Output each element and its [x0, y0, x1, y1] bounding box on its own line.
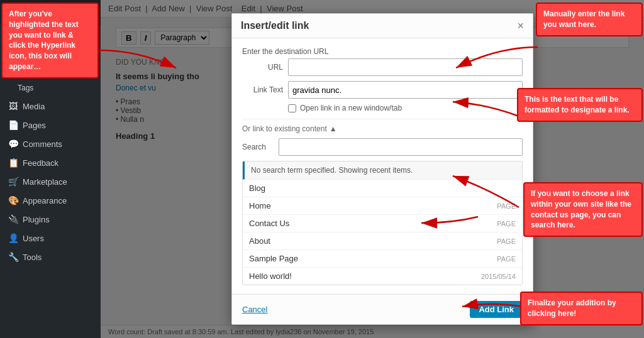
- modal-title: Insert/edit link: [241, 20, 309, 31]
- users-icon: 👤: [8, 233, 19, 243]
- modal-footer: Cancel Add Link: [232, 294, 533, 324]
- result-item-blog[interactable]: Blog: [243, 180, 522, 197]
- sidebar-item-label: Plugins: [23, 215, 50, 224]
- result-item-home[interactable]: Home PAGE: [243, 197, 522, 215]
- sidebar-item-label: Users: [23, 234, 44, 243]
- marketplace-icon: 🛒: [8, 177, 19, 187]
- callout-middle-right: This is the text that will be formatted …: [517, 88, 643, 122]
- comments-icon: 💬: [8, 139, 19, 149]
- open-new-tab-row: Open link in a new window/tab: [288, 104, 523, 112]
- result-name: Hello world!: [249, 271, 292, 281]
- feedback-icon: 📋: [8, 158, 19, 168]
- callout-top-left: After you've highlighted the text you wa…: [1, 3, 99, 79]
- results-box: No search term specified. Showing recent…: [242, 161, 523, 285]
- sidebar-item-label: Marketplace: [23, 177, 67, 187]
- sidebar-item-media[interactable]: 🖼 Media: [0, 97, 101, 116]
- result-name: Blog: [249, 183, 265, 193]
- url-label: URL: [242, 63, 283, 72]
- collapse-icon: ▲: [330, 124, 337, 133]
- modal-body: Enter the destination URL URL Link Text …: [232, 38, 533, 294]
- pages-icon: 📄: [8, 120, 19, 130]
- appearance-icon: 🎨: [8, 195, 19, 205]
- url-field-row: URL: [242, 58, 523, 76]
- link-text-label: Link Text: [242, 85, 283, 94]
- result-item-about[interactable]: About PAGE: [243, 232, 522, 250]
- open-new-tab-checkbox[interactable]: [288, 104, 296, 112]
- sidebar-item-users[interactable]: 👤 Users: [0, 229, 101, 248]
- search-row: Search: [242, 138, 523, 156]
- sidebar-item-label: Media: [23, 102, 45, 111]
- callout-lower-right: If you want to choose a link within your…: [523, 182, 643, 237]
- url-input[interactable]: [288, 58, 523, 76]
- open-new-tab-label[interactable]: Open link in a new window/tab: [300, 104, 402, 112]
- result-type: PAGE: [497, 220, 516, 227]
- results-notice: No search term specified. Showing recent…: [243, 161, 522, 180]
- callout-top-right: Manually enter the link you want here.: [536, 3, 643, 36]
- or-link-label: Or link to existing content ▲: [242, 119, 523, 133]
- cancel-button[interactable]: Cancel: [242, 305, 267, 314]
- result-type: PAGE: [497, 237, 516, 245]
- sidebar-item-label: Feedback: [23, 158, 58, 168]
- sidebar-item-label: Appearance: [23, 196, 67, 205]
- link-text-input[interactable]: [288, 81, 523, 99]
- sidebar-item-label: Tools: [23, 253, 42, 262]
- tools-icon: 🔧: [8, 252, 19, 262]
- result-name: Home: [249, 201, 271, 210]
- result-type: PAGE: [497, 255, 516, 263]
- search-input[interactable]: [279, 138, 523, 156]
- result-name: Contact Us: [249, 219, 289, 228]
- search-label: Search: [242, 143, 274, 151]
- sidebar-item-marketplace[interactable]: 🛒 Marketplace: [0, 172, 101, 191]
- result-date: 2015/05/14: [481, 273, 516, 280]
- sidebar-item-label: Comments: [23, 139, 62, 149]
- media-icon: 🖼: [8, 101, 19, 111]
- sidebar-item-tools[interactable]: 🔧 Tools: [0, 248, 101, 266]
- add-link-button[interactable]: Add Link: [470, 301, 523, 318]
- sidebar-item-feedback[interactable]: 📋 Feedback: [0, 153, 101, 172]
- sidebar-item-plugins[interactable]: 🔌 Plugins: [0, 210, 101, 229]
- result-item-hello[interactable]: Hello world! 2015/05/14: [243, 268, 522, 285]
- callout-bottom-right: Finalize your addition by clicking here!: [520, 292, 643, 325]
- sidebar-item-tags[interactable]: Tags: [0, 79, 101, 97]
- insert-edit-link-modal: Insert/edit link × Enter the destination…: [231, 13, 533, 325]
- link-text-field-row: Link Text: [242, 81, 523, 99]
- result-item-contact[interactable]: Contact Us PAGE: [243, 215, 522, 232]
- modal-close-button[interactable]: ×: [517, 20, 524, 31]
- result-name: About: [249, 236, 270, 246]
- modal-header: Insert/edit link ×: [232, 14, 533, 38]
- sidebar-item-pages[interactable]: 📄 Pages: [0, 116, 101, 134]
- sidebar-item-label: Tags: [18, 84, 33, 92]
- url-section-label: Enter the destination URL: [242, 47, 523, 56]
- result-name: Sample Page: [249, 254, 298, 263]
- sidebar-item-appearance[interactable]: 🎨 Appearance: [0, 191, 101, 210]
- sidebar-item-label: Pages: [23, 121, 46, 130]
- plugins-icon: 🔌: [8, 214, 19, 224]
- result-type: PAGE: [497, 202, 516, 210]
- result-item-sample[interactable]: Sample Page PAGE: [243, 250, 522, 268]
- sidebar-item-comments[interactable]: 💬 Comments: [0, 134, 101, 153]
